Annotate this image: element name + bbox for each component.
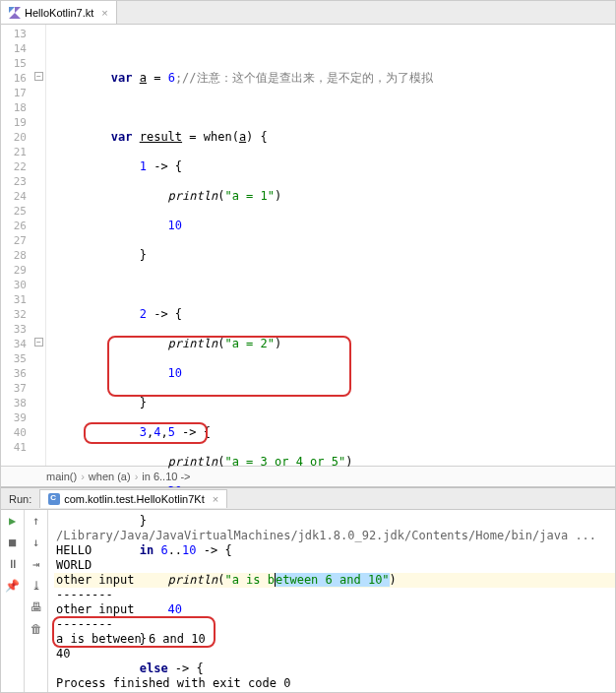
fold-icon[interactable]: − [34, 72, 43, 81]
run-panel-header: Run: com.kotlin.test.HelloKotlin7Kt × [1, 488, 615, 510]
wrap-icon[interactable]: ⇥ [30, 557, 43, 571]
pin-icon[interactable]: 📌 [6, 579, 20, 593]
run-toolbar-left: ▶ ■ ⏸ 📌 [1, 510, 25, 693]
close-icon[interactable]: × [101, 7, 107, 19]
code-area[interactable]: var a = 6;//注意：这个值是查出来，是不定的，为了模拟 var res… [46, 25, 615, 466]
run-label: Run: [1, 493, 39, 505]
console-output[interactable]: /Library/Java/JavaVirtualMachines/jdk1.8… [48, 510, 615, 693]
editor-tabs: HelloKotlin7.kt × [1, 1, 615, 25]
pause-icon[interactable]: ⏸ [6, 557, 20, 571]
class-icon [48, 493, 60, 505]
stop-icon[interactable]: ■ [6, 536, 20, 549]
fold-icon[interactable]: − [34, 338, 43, 346]
scroll-icon[interactable]: ⤓ [30, 579, 43, 593]
tab-filename: HelloKotlin7.kt [25, 7, 93, 19]
up-icon[interactable]: ↑ [30, 514, 43, 528]
trash-icon[interactable]: 🗑 [30, 622, 43, 636]
print-icon[interactable]: 🖶 [30, 600, 43, 614]
java-path: /Library/Java/JavaVirtualMachines/jdk1.8… [56, 529, 596, 542]
close-icon[interactable]: × [213, 493, 218, 505]
code-editor[interactable]: 1314151617181920212223242526272829303132… [1, 25, 615, 466]
kotlin-file-icon [9, 7, 21, 19]
line-gutter: 1314151617181920212223242526272829303132… [1, 25, 32, 466]
rerun-icon[interactable]: ▶ [6, 514, 20, 528]
down-icon[interactable]: ↓ [30, 536, 43, 549]
fold-column: − − [32, 25, 46, 466]
run-toolbar-right: ↑ ↓ ⇥ ⤓ 🖶 🗑 [25, 510, 48, 693]
run-panel: Run: com.kotlin.test.HelloKotlin7Kt × ▶ … [1, 487, 615, 693]
file-tab[interactable]: HelloKotlin7.kt × [1, 1, 117, 24]
run-config-tab[interactable]: com.kotlin.test.HelloKotlin7Kt × [39, 489, 227, 508]
